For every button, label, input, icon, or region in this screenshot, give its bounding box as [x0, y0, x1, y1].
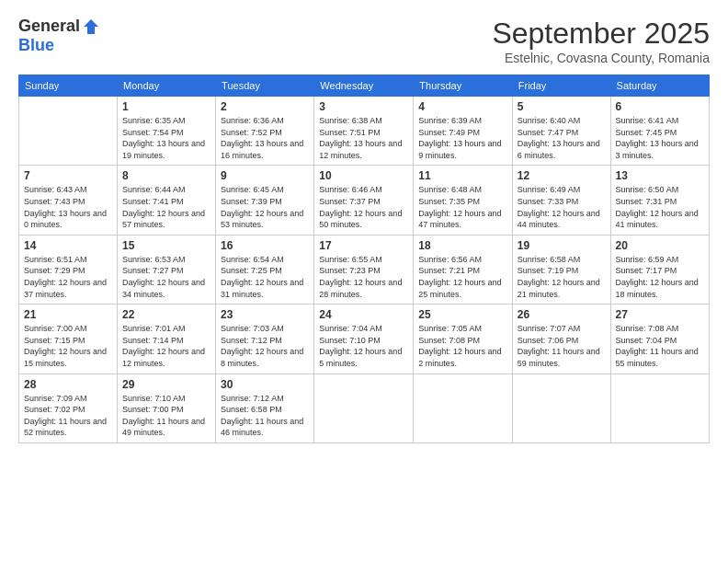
table-row — [610, 373, 709, 442]
day-info: Sunrise: 7:05 AM Sunset: 7:08 PM Dayligh… — [418, 323, 506, 369]
location: Estelnic, Covasna County, Romania — [492, 51, 710, 65]
col-thursday: Thursday — [414, 75, 512, 97]
day-number: 14 — [24, 239, 112, 252]
day-number: 19 — [518, 239, 606, 252]
day-number: 28 — [24, 378, 112, 391]
col-sunday: Sunday — [19, 75, 118, 97]
day-number: 10 — [319, 169, 408, 182]
table-row: 8Sunrise: 6:44 AM Sunset: 7:41 PM Daylig… — [118, 166, 216, 235]
svg-marker-0 — [84, 19, 98, 34]
day-number: 6 — [616, 100, 704, 113]
day-number: 8 — [122, 169, 210, 182]
day-info: Sunrise: 6:54 AM Sunset: 7:25 PM Dayligh… — [221, 254, 309, 300]
day-info: Sunrise: 7:04 AM Sunset: 7:10 PM Dayligh… — [319, 323, 408, 369]
day-number: 29 — [122, 378, 210, 391]
table-row: 18Sunrise: 6:56 AM Sunset: 7:21 PM Dayli… — [414, 235, 512, 304]
day-info: Sunrise: 6:45 AM Sunset: 7:39 PM Dayligh… — [221, 184, 309, 230]
day-info: Sunrise: 7:03 AM Sunset: 7:12 PM Dayligh… — [221, 323, 309, 369]
table-row: 16Sunrise: 6:54 AM Sunset: 7:25 PM Dayli… — [216, 235, 314, 304]
table-row: 2Sunrise: 6:36 AM Sunset: 7:52 PM Daylig… — [216, 97, 314, 166]
day-info: Sunrise: 6:59 AM Sunset: 7:17 PM Dayligh… — [616, 254, 704, 300]
table-row: 1Sunrise: 6:35 AM Sunset: 7:54 PM Daylig… — [118, 97, 216, 166]
table-row: 6Sunrise: 6:41 AM Sunset: 7:45 PM Daylig… — [610, 97, 709, 166]
day-number: 27 — [616, 308, 704, 321]
day-info: Sunrise: 6:36 AM Sunset: 7:52 PM Dayligh… — [221, 115, 309, 161]
day-info: Sunrise: 7:12 AM Sunset: 6:58 PM Dayligh… — [221, 393, 309, 439]
calendar-table: Sunday Monday Tuesday Wednesday Thursday… — [18, 75, 710, 443]
col-tuesday: Tuesday — [216, 75, 314, 97]
day-number: 15 — [122, 239, 210, 252]
table-row: 25Sunrise: 7:05 AM Sunset: 7:08 PM Dayli… — [414, 304, 512, 373]
table-row: 20Sunrise: 6:59 AM Sunset: 7:17 PM Dayli… — [610, 235, 709, 304]
table-row: 17Sunrise: 6:55 AM Sunset: 7:23 PM Dayli… — [314, 235, 414, 304]
day-info: Sunrise: 6:38 AM Sunset: 7:51 PM Dayligh… — [319, 115, 408, 161]
day-number: 21 — [24, 308, 112, 321]
day-number: 1 — [122, 100, 210, 113]
day-info: Sunrise: 6:35 AM Sunset: 7:54 PM Dayligh… — [122, 115, 210, 161]
table-row: 24Sunrise: 7:04 AM Sunset: 7:10 PM Dayli… — [314, 304, 414, 373]
table-row — [314, 373, 414, 442]
day-info: Sunrise: 6:58 AM Sunset: 7:19 PM Dayligh… — [518, 254, 606, 300]
page: General Blue September 2025 Estelnic, Co… — [0, 0, 728, 563]
table-row: 12Sunrise: 6:49 AM Sunset: 7:33 PM Dayli… — [512, 166, 610, 235]
table-row: 9Sunrise: 6:45 AM Sunset: 7:39 PM Daylig… — [216, 166, 314, 235]
table-row — [512, 373, 610, 442]
day-number: 9 — [221, 169, 309, 182]
table-row: 30Sunrise: 7:12 AM Sunset: 6:58 PM Dayli… — [216, 373, 314, 442]
col-friday: Friday — [512, 75, 610, 97]
table-row: 22Sunrise: 7:01 AM Sunset: 7:14 PM Dayli… — [118, 304, 216, 373]
day-number: 16 — [221, 239, 309, 252]
day-info: Sunrise: 6:44 AM Sunset: 7:41 PM Dayligh… — [122, 184, 210, 230]
day-number: 12 — [518, 169, 606, 182]
logo-general-text: General — [18, 17, 80, 36]
logo-icon — [82, 17, 100, 36]
table-row: 13Sunrise: 6:50 AM Sunset: 7:31 PM Dayli… — [610, 166, 709, 235]
table-row: 28Sunrise: 7:09 AM Sunset: 7:02 PM Dayli… — [19, 373, 118, 442]
day-info: Sunrise: 6:50 AM Sunset: 7:31 PM Dayligh… — [616, 184, 704, 230]
day-number: 22 — [122, 308, 210, 321]
day-info: Sunrise: 6:40 AM Sunset: 7:47 PM Dayligh… — [518, 115, 606, 161]
col-wednesday: Wednesday — [314, 75, 414, 97]
calendar-week-row: 14Sunrise: 6:51 AM Sunset: 7:29 PM Dayli… — [19, 235, 710, 304]
table-row: 10Sunrise: 6:46 AM Sunset: 7:37 PM Dayli… — [314, 166, 414, 235]
day-info: Sunrise: 6:46 AM Sunset: 7:37 PM Dayligh… — [319, 184, 408, 230]
table-row: 21Sunrise: 7:00 AM Sunset: 7:15 PM Dayli… — [19, 304, 118, 373]
day-number: 23 — [221, 308, 309, 321]
day-info: Sunrise: 7:10 AM Sunset: 7:00 PM Dayligh… — [122, 393, 210, 439]
day-number: 25 — [418, 308, 506, 321]
day-number: 2 — [221, 100, 309, 113]
table-row: 19Sunrise: 6:58 AM Sunset: 7:19 PM Dayli… — [512, 235, 610, 304]
day-info: Sunrise: 7:00 AM Sunset: 7:15 PM Dayligh… — [24, 323, 112, 369]
day-number: 3 — [319, 100, 408, 113]
table-row — [19, 97, 118, 166]
table-row: 29Sunrise: 7:10 AM Sunset: 7:00 PM Dayli… — [118, 373, 216, 442]
day-info: Sunrise: 6:56 AM Sunset: 7:21 PM Dayligh… — [418, 254, 506, 300]
col-monday: Monday — [118, 75, 216, 97]
day-number: 11 — [418, 169, 506, 182]
day-number: 7 — [24, 169, 112, 182]
day-info: Sunrise: 7:01 AM Sunset: 7:14 PM Dayligh… — [122, 323, 210, 369]
table-row: 26Sunrise: 7:07 AM Sunset: 7:06 PM Dayli… — [512, 304, 610, 373]
calendar-week-row: 7Sunrise: 6:43 AM Sunset: 7:43 PM Daylig… — [19, 166, 710, 235]
day-number: 24 — [319, 308, 408, 321]
day-info: Sunrise: 7:07 AM Sunset: 7:06 PM Dayligh… — [518, 323, 606, 369]
day-info: Sunrise: 6:41 AM Sunset: 7:45 PM Dayligh… — [616, 115, 704, 161]
calendar-week-row: 28Sunrise: 7:09 AM Sunset: 7:02 PM Dayli… — [19, 373, 710, 442]
table-row: 3Sunrise: 6:38 AM Sunset: 7:51 PM Daylig… — [314, 97, 414, 166]
day-number: 17 — [319, 239, 408, 252]
day-number: 4 — [418, 100, 506, 113]
calendar-header-row: Sunday Monday Tuesday Wednesday Thursday… — [19, 75, 710, 97]
day-number: 18 — [418, 239, 506, 252]
table-row: 23Sunrise: 7:03 AM Sunset: 7:12 PM Dayli… — [216, 304, 314, 373]
day-number: 5 — [518, 100, 606, 113]
day-info: Sunrise: 6:39 AM Sunset: 7:49 PM Dayligh… — [418, 115, 506, 161]
day-info: Sunrise: 6:43 AM Sunset: 7:43 PM Dayligh… — [24, 184, 112, 230]
day-info: Sunrise: 6:48 AM Sunset: 7:35 PM Dayligh… — [418, 184, 506, 230]
day-number: 20 — [616, 239, 704, 252]
table-row — [414, 373, 512, 442]
table-row: 7Sunrise: 6:43 AM Sunset: 7:43 PM Daylig… — [19, 166, 118, 235]
day-number: 13 — [616, 169, 704, 182]
logo: General Blue — [18, 17, 100, 55]
day-info: Sunrise: 6:51 AM Sunset: 7:29 PM Dayligh… — [24, 254, 112, 300]
calendar-week-row: 1Sunrise: 6:35 AM Sunset: 7:54 PM Daylig… — [19, 97, 710, 166]
